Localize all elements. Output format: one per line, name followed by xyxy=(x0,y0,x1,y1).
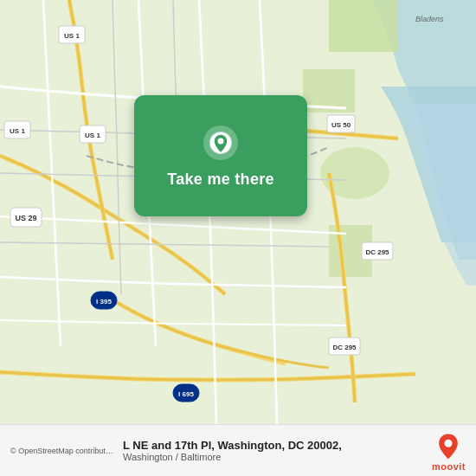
svg-text:US 50: US 50 xyxy=(331,121,351,129)
svg-text:Bladens: Bladens xyxy=(415,15,444,23)
moovit-icon: moovit xyxy=(433,430,464,461)
svg-text:I 695: I 695 xyxy=(178,390,194,398)
svg-text:US 1: US 1 xyxy=(64,32,80,40)
svg-rect-1 xyxy=(329,0,398,52)
svg-text:DC 295: DC 295 xyxy=(365,248,389,256)
svg-text:US 1: US 1 xyxy=(85,132,100,139)
location-info: L NE and 17th Pl, Washington, DC 20002, … xyxy=(114,439,432,462)
svg-point-28 xyxy=(445,439,453,447)
location-sub: Washington / Baltimore xyxy=(123,452,432,462)
svg-text:US 1: US 1 xyxy=(10,127,25,135)
svg-text:I 395: I 395 xyxy=(96,298,112,306)
moovit-logo: moovit moovit xyxy=(432,430,466,472)
osm-attribution: © OpenStreetMap contributors xyxy=(10,447,114,455)
svg-text:DC 295: DC 295 xyxy=(332,344,357,351)
svg-point-26 xyxy=(218,138,224,144)
take-me-label: Take me there xyxy=(167,170,274,189)
moovit-brand: moovit xyxy=(432,461,466,472)
map-container: US 29 US 1 US 1 US 1 US 50 I 395 I 695 D… xyxy=(0,0,476,424)
svg-text:US 29: US 29 xyxy=(15,214,36,222)
take-me-button[interactable]: Take me there xyxy=(134,95,307,216)
location-pin-icon xyxy=(202,124,240,162)
location-name: L NE and 17th Pl, Washington, DC 20002, xyxy=(123,439,432,452)
bottom-bar: © OpenStreetMap contributors L NE and 17… xyxy=(0,424,476,476)
